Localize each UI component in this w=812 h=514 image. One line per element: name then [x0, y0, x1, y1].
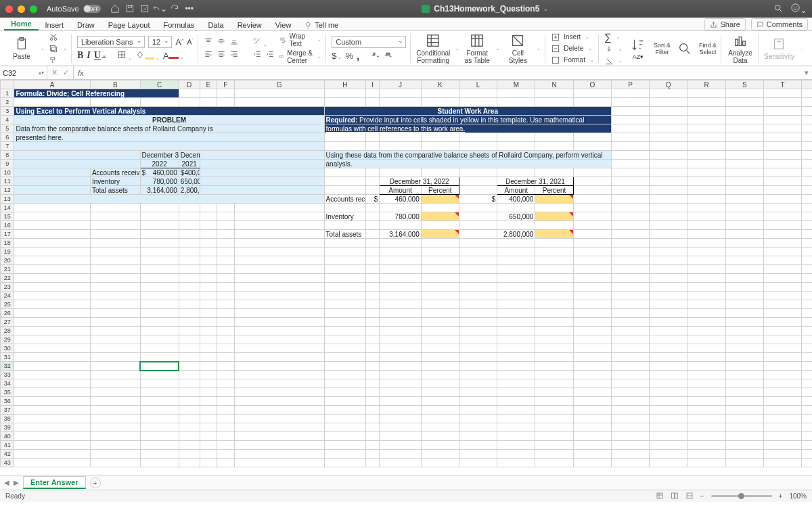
cell[interactable]: [14, 344, 90, 353]
cell[interactable]: [380, 415, 421, 423]
cell[interactable]: [650, 265, 687, 274]
cell[interactable]: [179, 212, 200, 221]
cell[interactable]: [90, 291, 140, 300]
cell[interactable]: [497, 248, 535, 256]
cell[interactable]: [650, 204, 687, 212]
cell[interactable]: [573, 186, 611, 195]
cell[interactable]: [687, 362, 725, 371]
cell[interactable]: [324, 133, 365, 142]
cell[interactable]: [650, 300, 687, 309]
cell[interactable]: [140, 423, 179, 432]
cell[interactable]: [421, 406, 459, 415]
column-header[interactable]: E: [200, 80, 217, 89]
column-header[interactable]: H: [324, 80, 365, 89]
cell[interactable]: [14, 432, 90, 441]
cell[interactable]: [140, 274, 179, 283]
cell[interactable]: [535, 239, 573, 248]
cell[interactable]: [763, 133, 801, 142]
cell[interactable]: [573, 406, 611, 415]
cell[interactable]: [140, 256, 179, 265]
cell[interactable]: [573, 441, 611, 450]
cell[interactable]: [200, 450, 217, 459]
cell[interactable]: [573, 362, 611, 371]
cell[interactable]: [725, 212, 763, 221]
cell[interactable]: [200, 335, 217, 344]
cell[interactable]: [324, 309, 365, 318]
cell[interactable]: [611, 432, 649, 441]
cell[interactable]: [179, 371, 200, 379]
cell[interactable]: [687, 423, 725, 432]
cell[interactable]: [535, 265, 573, 274]
analyze-data-button[interactable]: Analyze Data: [727, 33, 754, 64]
cell[interactable]: [573, 133, 611, 142]
maximize-window-icon[interactable]: [30, 5, 37, 13]
cell[interactable]: [535, 98, 573, 107]
cell[interactable]: [90, 459, 140, 467]
cell[interactable]: [200, 432, 217, 441]
cell[interactable]: [497, 371, 535, 379]
cell[interactable]: [687, 388, 725, 397]
cell[interactable]: [650, 432, 687, 441]
cell[interactable]: [14, 335, 90, 344]
cell[interactable]: [687, 142, 725, 151]
row-header[interactable]: 4: [1, 116, 14, 124]
cell[interactable]: [687, 186, 725, 195]
cell[interactable]: [380, 318, 421, 327]
cell[interactable]: [725, 98, 763, 107]
cell[interactable]: [497, 406, 535, 415]
cell[interactable]: [497, 423, 535, 432]
cell[interactable]: [611, 274, 649, 283]
cell[interactable]: [140, 353, 179, 362]
cell[interactable]: [234, 335, 324, 344]
cell[interactable]: [650, 423, 687, 432]
cell[interactable]: [324, 168, 365, 177]
cell[interactable]: [324, 406, 365, 415]
cell[interactable]: [179, 379, 200, 388]
cell[interactable]: [324, 353, 365, 362]
cell[interactable]: [497, 98, 535, 107]
cell[interactable]: [650, 124, 687, 133]
cell[interactable]: December 31,: [179, 151, 200, 160]
cell[interactable]: [380, 309, 421, 318]
cell[interactable]: [535, 432, 573, 441]
cell[interactable]: [497, 283, 535, 291]
row-header[interactable]: 23: [1, 283, 14, 291]
cell[interactable]: [380, 450, 421, 459]
cell[interactable]: [140, 283, 179, 291]
cell[interactable]: [365, 248, 379, 256]
cell[interactable]: [234, 459, 324, 467]
row-header[interactable]: 42: [1, 450, 14, 459]
cell[interactable]: [380, 256, 421, 265]
cell[interactable]: [179, 327, 200, 335]
cell[interactable]: [234, 204, 324, 212]
cell[interactable]: formulas with cell references to this wo…: [324, 124, 611, 133]
cell[interactable]: [200, 362, 217, 371]
cell[interactable]: [611, 406, 649, 415]
cell[interactable]: [90, 204, 140, 212]
cell[interactable]: [459, 89, 497, 98]
cell[interactable]: [687, 133, 725, 142]
cell[interactable]: [365, 441, 379, 450]
cell[interactable]: 3,164,000: [380, 230, 421, 239]
cell[interactable]: [802, 151, 812, 160]
cell[interactable]: [573, 327, 611, 335]
cell[interactable]: [687, 379, 725, 388]
cell[interactable]: [14, 221, 90, 230]
add-sheet-button[interactable]: +: [90, 477, 101, 488]
cell[interactable]: [459, 177, 497, 186]
cell[interactable]: 650,000: [179, 177, 200, 186]
cell[interactable]: [725, 432, 763, 441]
cell[interactable]: [234, 230, 324, 239]
cell[interactable]: [90, 415, 140, 423]
cell[interactable]: [763, 89, 801, 98]
cell[interactable]: Using these data from the comparative ba…: [324, 151, 611, 160]
row-header[interactable]: 43: [1, 459, 14, 467]
cell[interactable]: [497, 353, 535, 362]
sort-filter-button[interactable]: AZ▾: [627, 37, 650, 60]
cell[interactable]: [650, 160, 687, 168]
cell[interactable]: [324, 379, 365, 388]
cell[interactable]: [535, 300, 573, 309]
row-header[interactable]: 35: [1, 388, 14, 397]
cell[interactable]: [200, 265, 217, 274]
cell[interactable]: [802, 432, 812, 441]
